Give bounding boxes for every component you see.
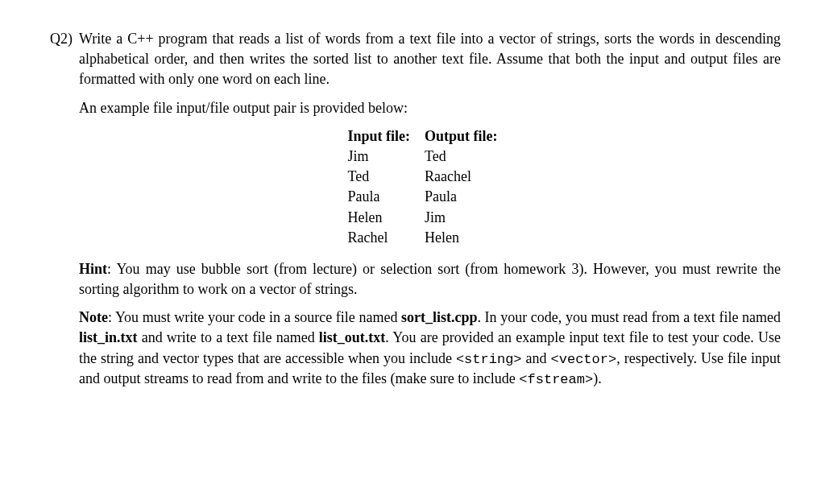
note-text-c: and write to a text file named xyxy=(138,329,319,345)
note-text-e: and xyxy=(522,350,551,366)
example-table: Input file: Output file: Jim Ted Ted Raa… xyxy=(347,126,512,248)
cell-out: Paula xyxy=(425,187,512,207)
cell-in: Rachel xyxy=(347,228,425,248)
table-row: Ted Raachel xyxy=(347,167,512,187)
code-vector: <vector> xyxy=(551,352,617,367)
note-label: Note xyxy=(79,309,108,325)
cell-out: Raachel xyxy=(425,167,512,187)
table-row: Helen Jim xyxy=(347,208,512,228)
table-row: Paula Paula xyxy=(347,187,512,207)
filename-listin: list_in.txt xyxy=(79,329,138,345)
filename-sortlist: sort_list.cpp xyxy=(401,309,478,325)
question-body: Write a C++ program that reads a list of… xyxy=(79,29,781,398)
cell-out: Helen xyxy=(425,228,512,248)
table-header-input: Input file: xyxy=(347,126,425,147)
table-row: Rachel Helen xyxy=(347,228,512,248)
note-text-g: ). xyxy=(593,370,602,386)
cell-out: Jim xyxy=(425,208,512,228)
cell-in: Jim xyxy=(347,147,425,167)
cell-in: Helen xyxy=(347,208,425,228)
code-string: <string> xyxy=(456,352,522,367)
paragraph-2: An example file input/file output pair i… xyxy=(79,98,781,118)
question-block: Q2) Write a C++ program that reads a lis… xyxy=(40,29,781,398)
cell-in: Ted xyxy=(347,167,425,187)
table-header-output: Output file: xyxy=(425,126,512,147)
paragraph-1: Write a C++ program that reads a list of… xyxy=(79,29,781,90)
question-label: Q2) xyxy=(40,29,79,49)
code-fstream: <fstream> xyxy=(519,372,593,387)
hint-label: Hint xyxy=(79,261,107,277)
filename-listout: list_out.txt xyxy=(319,329,386,345)
cell-in: Paula xyxy=(347,187,425,207)
note-text-b: . In your code, you must read from a tex… xyxy=(478,309,781,325)
note-text-a: : You must write your code in a source f… xyxy=(108,309,401,325)
table-row: Jim Ted xyxy=(347,147,512,167)
hint-text: : You may use bubble sort (from lecture)… xyxy=(79,261,781,297)
hint-paragraph: Hint: You may use bubble sort (from lect… xyxy=(79,259,781,300)
note-paragraph: Note: You must write your code in a sour… xyxy=(79,308,781,390)
cell-out: Ted xyxy=(425,147,512,167)
